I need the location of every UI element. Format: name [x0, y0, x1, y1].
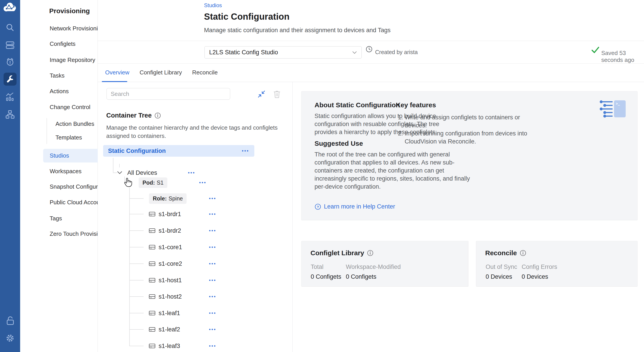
- tree-node-pod-s1[interactable]: Pod:S1: [139, 177, 167, 188]
- tree-node-device[interactable]: s1-leaf3: [149, 340, 180, 352]
- device-icon: [149, 261, 156, 267]
- tree-node-device[interactable]: s1-brdr2: [149, 225, 181, 236]
- sidebar-item-action-bundles[interactable]: Action Bundles: [56, 119, 94, 128]
- stat-label: Total: [311, 264, 324, 270]
- sidebar-title: Provisioning: [49, 7, 90, 15]
- device-more-options-button[interactable]: [209, 345, 216, 347]
- device-more-options-button[interactable]: [209, 263, 216, 264]
- tree-connector: [129, 198, 144, 199]
- container-tree-panel: Container Tree Manage the container hier…: [98, 82, 292, 352]
- device-icon: [149, 244, 156, 250]
- events-alarm-icon[interactable]: [5, 57, 15, 67]
- reconcile-title: Reconcile: [485, 249, 526, 257]
- device-more-options-button[interactable]: [209, 230, 216, 231]
- tab-overview[interactable]: Overview: [105, 69, 129, 76]
- device-icon: [149, 327, 156, 332]
- studio-bar: L2LS Static Config Studio Created by ari…: [98, 41, 644, 64]
- dashboards-icon[interactable]: [5, 92, 15, 101]
- search-input[interactable]: [106, 88, 230, 100]
- tab-reconcile[interactable]: Reconcile: [192, 69, 218, 76]
- about-card: About Static Configuration Static config…: [301, 91, 638, 220]
- sidebar-provisioning: Provisioning Network Provisioning Config…: [20, 0, 98, 352]
- chevron-down-icon[interactable]: [117, 171, 122, 175]
- tree-connector: [129, 346, 144, 346]
- studio-select-value: L2LS Static Config Studio: [209, 49, 352, 56]
- sidebar-item-network-provisioning[interactable]: Network Provisioning: [50, 24, 104, 33]
- tree-node-role-spine[interactable]: Role:Spine: [149, 193, 186, 204]
- reconcile-card: Reconcile Out of Sync Config Errors 0 De…: [476, 241, 638, 287]
- configlet-library-card: Configlet Library Total Workspace-Modifi…: [301, 241, 468, 287]
- tree-connector: [129, 188, 130, 346]
- tree-connector: [129, 280, 144, 281]
- sidebar-item-change-control[interactable]: Change Control: [50, 103, 90, 111]
- device-icon: [149, 277, 156, 283]
- created-by-text: Created by arista: [375, 49, 418, 55]
- suggested-use-title: Suggested Use: [314, 140, 363, 147]
- sidebar-item-tasks[interactable]: Tasks: [50, 71, 64, 80]
- sidebar-item-configlets[interactable]: Configlets: [50, 39, 76, 48]
- sidebar-item-workspaces[interactable]: Workspaces: [50, 167, 82, 176]
- stat-value: 0 Configets: [311, 273, 341, 280]
- studio-select[interactable]: L2LS Static Config Studio: [204, 46, 362, 58]
- sidebar-item-tags[interactable]: Tags: [50, 214, 62, 223]
- device-more-options-button[interactable]: [209, 313, 216, 314]
- tree-connector: [129, 296, 144, 297]
- tab-bar: Overview Configlet Library Reconcile: [98, 64, 644, 82]
- all-devices-more-options-button[interactable]: [188, 172, 194, 173]
- tree-connector: [113, 158, 114, 173]
- device-icon: [149, 310, 156, 316]
- clock-icon: [366, 46, 372, 52]
- info-icon[interactable]: [367, 250, 374, 256]
- tree-node-device[interactable]: s1-core1: [149, 241, 182, 253]
- tree-node-device[interactable]: s1-brdr1: [149, 208, 181, 220]
- help-circle-icon: ?: [314, 203, 321, 210]
- tree-node-device[interactable]: s1-core2: [149, 258, 182, 270]
- key-feature-item: Write and assign configlets to container…: [405, 113, 534, 129]
- info-icon[interactable]: [154, 112, 161, 119]
- sidebar-item-templates[interactable]: Templates: [56, 133, 82, 142]
- help-center-link[interactable]: ? Learn more in Help Center: [314, 203, 395, 210]
- root-more-options-button[interactable]: [242, 150, 248, 152]
- container-tree-description: Manage the container hierarchy and the d…: [106, 124, 285, 140]
- device-more-options-button[interactable]: [209, 329, 216, 330]
- stat-label: Config Errors: [522, 264, 557, 270]
- tree-connector: [129, 230, 144, 231]
- tree-root-static-configuration[interactable]: Static Configuration: [103, 145, 254, 157]
- pod-more-options-button[interactable]: [199, 182, 206, 183]
- provisioning-wrench-icon[interactable]: [5, 75, 15, 84]
- lock-open-icon[interactable]: [5, 316, 15, 326]
- device-more-options-button[interactable]: [209, 280, 216, 281]
- devices-icon[interactable]: [6, 41, 14, 49]
- key-feature-item: Import running configuration from device…: [405, 129, 534, 145]
- topology-icon[interactable]: [5, 110, 15, 119]
- device-more-options-button[interactable]: [209, 296, 216, 297]
- device-more-options-button[interactable]: [209, 247, 216, 248]
- tree-connector: [129, 313, 144, 313]
- search-icon[interactable]: [6, 23, 14, 32]
- device-icon: [149, 228, 156, 234]
- delete-trash-icon[interactable]: [273, 90, 281, 99]
- tab-configlet-library[interactable]: Configlet Library: [140, 69, 182, 76]
- role-more-options-button[interactable]: [209, 198, 216, 199]
- tree-connector: [129, 329, 144, 330]
- sidebar-item-actions[interactable]: Actions: [50, 87, 69, 96]
- chevron-down-icon: [352, 51, 357, 54]
- stat-label: Workspace-Modified: [346, 264, 401, 270]
- tree-node-device[interactable]: s1-host1: [149, 275, 182, 286]
- settings-gear-icon[interactable]: [5, 334, 15, 343]
- sidebar-item-image-repository[interactable]: Image Repository: [50, 55, 95, 64]
- cloudvision-logo-icon[interactable]: [3, 2, 18, 12]
- collapse-tree-icon[interactable]: [257, 90, 266, 99]
- device-icon: [149, 294, 156, 300]
- info-icon[interactable]: [520, 250, 526, 256]
- breadcrumb-studios[interactable]: Studios: [204, 2, 222, 8]
- cloudvision-app: Provisioning Network Provisioning Config…: [0, 0, 644, 352]
- saved-status-text: Saved 53 seconds ago: [601, 50, 644, 63]
- tree-node-device[interactable]: s1-host2: [149, 291, 182, 302]
- pod-chip[interactable]: Pod:S1: [139, 177, 167, 188]
- device-more-options-button[interactable]: [209, 213, 216, 215]
- role-chip[interactable]: Role:Spine: [149, 193, 186, 204]
- tree-node-device[interactable]: s1-leaf1: [149, 307, 180, 319]
- key-features-list: Write and assign configlets to container…: [396, 113, 534, 145]
- tree-node-device[interactable]: s1-leaf2: [149, 324, 180, 335]
